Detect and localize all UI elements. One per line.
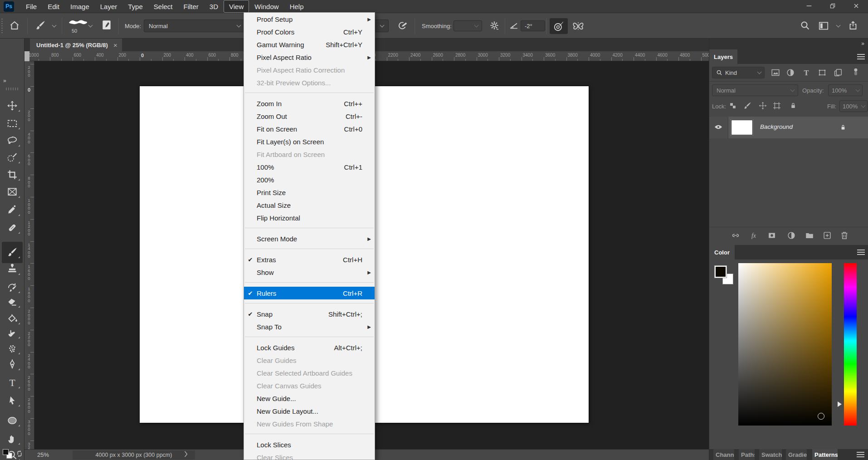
spot-healing-brush-tool[interactable] xyxy=(6,222,18,234)
selection-brush-tool[interactable] xyxy=(6,152,18,163)
lock-transparency-icon[interactable] xyxy=(728,101,737,110)
menu-item-200[interactable]: 200% xyxy=(244,173,375,186)
dock-collapse-icon[interactable]: » xyxy=(861,40,865,47)
home-button[interactable] xyxy=(9,20,21,32)
menu-item-show[interactable]: Show▶ xyxy=(244,266,375,279)
menubar-item-select[interactable]: Select xyxy=(148,0,178,13)
foreground-color-swatch[interactable] xyxy=(714,265,727,278)
menu-item-100[interactable]: 100%Ctrl+1 xyxy=(244,161,375,173)
menu-item-extras[interactable]: ✔ExtrasCtrl+H xyxy=(244,253,375,266)
crop-tool[interactable] xyxy=(6,169,18,181)
panel-tab-patterns[interactable]: Patterns xyxy=(812,449,838,460)
layers-menu-icon[interactable] xyxy=(857,54,865,59)
menubar-item-type[interactable]: Type xyxy=(122,0,148,13)
layer-thumbnail[interactable] xyxy=(731,120,753,135)
pressure-size-toggle[interactable] xyxy=(550,18,568,34)
workspace-button[interactable] xyxy=(818,20,831,32)
tool-preset-chevron-icon[interactable] xyxy=(52,23,57,28)
panel-tab-gradients[interactable]: Gradients xyxy=(786,449,807,460)
frame-tool[interactable] xyxy=(6,186,18,198)
paint-bucket-tool[interactable] xyxy=(6,313,18,324)
adjustment-layer-filter-icon[interactable] xyxy=(785,68,795,78)
menu-item-pixel-aspect-ratio[interactable]: Pixel Aspect Ratio▶ xyxy=(244,51,375,64)
share-button[interactable] xyxy=(848,20,859,32)
smudge-tool[interactable] xyxy=(6,327,18,338)
tab-layers[interactable]: Layers xyxy=(709,49,737,64)
menu-item-new-guide-layout[interactable]: New Guide Layout... xyxy=(244,405,375,417)
ruler-origin-corner[interactable] xyxy=(24,51,29,61)
status-expand-icon[interactable] xyxy=(184,451,188,457)
menubar-item-layer[interactable]: Layer xyxy=(95,0,123,13)
eraser-tool[interactable] xyxy=(6,296,18,308)
layer-row-background[interactable]: Background xyxy=(709,117,868,138)
menu-item-fit-on-screen[interactable]: Fit on ScreenCtrl+0 xyxy=(244,122,375,135)
options-grip[interactable] xyxy=(1,19,3,33)
layer-filter-select[interactable]: Kind xyxy=(712,67,765,78)
lock-pixels-icon[interactable] xyxy=(743,101,752,110)
panel-tab-channels[interactable]: Channels xyxy=(713,449,734,460)
hue-slider[interactable] xyxy=(844,263,857,426)
brush-preset-button[interactable] xyxy=(68,19,88,27)
filter-toggle-icon[interactable] xyxy=(851,67,861,77)
rectangular-marquee-tool[interactable] xyxy=(6,117,18,129)
panel-tab-paths[interactable]: Paths xyxy=(739,449,755,460)
toolbar-grip[interactable] xyxy=(6,88,19,90)
new-group-icon[interactable] xyxy=(805,230,814,240)
ellipse-tool[interactable] xyxy=(6,415,18,426)
lasso-tool[interactable] xyxy=(6,135,18,147)
color-picker-field[interactable] xyxy=(738,263,832,426)
history-brush-tool[interactable] xyxy=(6,281,18,293)
layer-effects-icon[interactable]: fx xyxy=(749,230,759,240)
menu-item-snap[interactable]: ✔SnapShift+Ctrl+; xyxy=(244,308,375,320)
brush-preset-chevron-icon[interactable] xyxy=(88,23,93,28)
menu-item-snap-to[interactable]: Snap To▶ xyxy=(244,320,375,333)
paint-symmetry-button[interactable] xyxy=(571,19,587,34)
airbrush-button[interactable] xyxy=(396,20,409,33)
path-selection-tool[interactable] xyxy=(6,395,18,406)
menu-item-actual-size[interactable]: Actual Size xyxy=(244,199,375,211)
menu-item-zoom-in[interactable]: Zoom InCtrl++ xyxy=(244,97,375,110)
menubar-item-help[interactable]: Help xyxy=(284,0,309,13)
menubar-item-view[interactable]: View xyxy=(224,0,249,13)
close-button[interactable] xyxy=(844,0,868,12)
document-tab[interactable]: Untitled-1 @ 25% (RGB/8) × xyxy=(30,39,122,51)
color-picker-cursor[interactable] xyxy=(818,413,824,420)
smoothing-options-button[interactable] xyxy=(489,20,501,32)
layer-lock-icon[interactable] xyxy=(839,123,847,132)
menu-item-new-guide[interactable]: New Guide... xyxy=(244,392,375,405)
type-layer-filter-icon[interactable]: T xyxy=(801,68,811,78)
menubar-item-window[interactable]: Window xyxy=(249,0,284,13)
link-layers-icon[interactable] xyxy=(731,230,741,240)
foreground-color-mini[interactable] xyxy=(3,449,9,455)
brush-settings-button[interactable] xyxy=(101,19,113,32)
type-tool[interactable]: T xyxy=(6,377,18,388)
menu-item-zoom-out[interactable]: Zoom OutCtrl+- xyxy=(244,110,375,122)
status-zoom-level[interactable]: 25% xyxy=(37,451,49,458)
hand-tool[interactable] xyxy=(6,433,18,445)
menu-item-gamut-warning[interactable]: Gamut WarningShift+Ctrl+Y xyxy=(244,38,375,51)
menu-item-screen-mode[interactable]: Screen Mode▶ xyxy=(244,232,375,245)
menubar-item-filter[interactable]: Filter xyxy=(178,0,204,13)
mini-color-swatches[interactable] xyxy=(3,449,23,460)
vertical-ruler[interactable]: 2 0 002 0 04 0 06 0 08 0 01 0 0 01 2 0 0… xyxy=(24,61,34,449)
eye-icon[interactable] xyxy=(713,122,724,132)
new-adjustment-layer-icon[interactable] xyxy=(786,230,796,240)
search-button[interactable] xyxy=(800,20,811,32)
menubar-item-image[interactable]: Image xyxy=(65,0,95,13)
toolbar-expand-icon[interactable]: » xyxy=(3,78,7,84)
lock-position-icon[interactable] xyxy=(758,101,767,110)
pixel-layer-filter-icon[interactable] xyxy=(770,68,780,78)
menubar-item-file[interactable]: File xyxy=(20,0,42,13)
color-menu-icon[interactable] xyxy=(857,250,865,255)
minimize-button[interactable] xyxy=(797,0,821,12)
menu-item-fit-layer-s-on-screen[interactable]: Fit Layer(s) on Screen xyxy=(244,135,375,148)
delete-layer-icon[interactable] xyxy=(839,230,849,240)
lock-all-icon[interactable] xyxy=(789,101,798,110)
menu-item-print-size[interactable]: Print Size xyxy=(244,186,375,199)
hue-slider-arrow-icon[interactable] xyxy=(838,401,842,407)
bottom-tabs-menu-icon[interactable] xyxy=(857,452,864,457)
brush-angle-button[interactable] xyxy=(508,20,519,31)
menu-item-proof-setup[interactable]: Proof Setup▶ xyxy=(244,13,375,25)
move-tool[interactable] xyxy=(6,100,18,112)
lock-artboard-icon[interactable] xyxy=(772,101,781,110)
